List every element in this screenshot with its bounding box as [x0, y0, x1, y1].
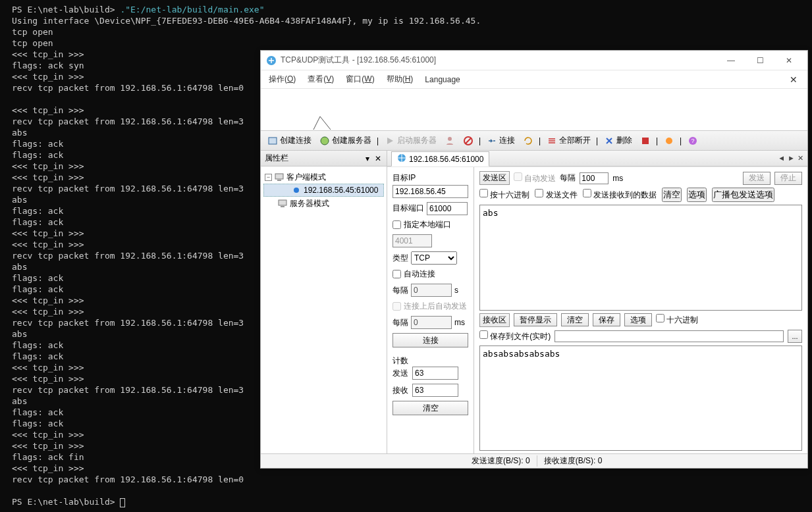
recv-hex-checkbox[interactable]: [656, 314, 664, 322]
tab-connection[interactable]: 192.168.56.45:61000: [391, 151, 489, 166]
tree-server-mode[interactable]: 服务器模式: [263, 197, 384, 210]
local-port-input: [392, 234, 432, 247]
ps-prompt: PS E:\net-lab\build>: [12, 5, 120, 14]
send-clear-button[interactable]: 清空: [662, 188, 682, 202]
create-server-button[interactable]: 创建服务器: [317, 134, 374, 147]
close-button[interactable]: ✕: [774, 51, 803, 70]
start-server-button[interactable]: 启动服务器: [382, 134, 439, 147]
recv-speed-status: 接收速度(B/S): 0: [537, 455, 609, 467]
terminal-cursor: [120, 498, 125, 507]
svg-rect-14: [279, 200, 286, 205]
toolbar-stop-icon[interactable]: [460, 134, 476, 147]
maximize-button[interactable]: ☐: [745, 51, 774, 70]
menu-window[interactable]: 窗口(W): [346, 74, 374, 85]
type-select[interactable]: TCP: [411, 251, 457, 265]
pin-icon[interactable]: ▾: [363, 154, 372, 163]
send-recv-data-checkbox[interactable]: [583, 189, 591, 197]
svg-rect-7: [642, 138, 649, 144]
svg-point-13: [294, 188, 299, 193]
panel-row: 目标IP 目标端口 指定本地端口 类型 TCP: [387, 166, 807, 453]
save-to-file-checkbox[interactable]: [479, 330, 488, 339]
toolbar-person-icon[interactable]: [442, 134, 458, 147]
delete-button[interactable]: 删除: [601, 134, 635, 147]
recv-clear-button[interactable]: 清空: [561, 313, 589, 326]
property-panel-title: 属性栏: [265, 153, 288, 164]
tab-next-icon[interactable]: ►: [788, 154, 795, 163]
io-column: 发送区 自动发送 每隔 ms 发送 停止 按十六进制 发送文件 发送接收到的数据: [474, 167, 807, 453]
send-interval-unit: ms: [612, 174, 623, 183]
type-label: 类型: [392, 253, 408, 264]
tab-prev-icon[interactable]: ◄: [778, 154, 785, 163]
minimize-button[interactable]: ―: [717, 51, 745, 70]
recv-save-button[interactable]: 保存: [593, 313, 620, 326]
connection-dot-icon: [292, 186, 301, 195]
tab-close-icon[interactable]: ✕: [798, 154, 803, 163]
svg-point-8: [666, 138, 672, 144]
send-hex-checkbox[interactable]: [479, 189, 488, 197]
send-textarea[interactable]: abs: [479, 205, 802, 311]
recv-count-input[interactable]: [412, 384, 458, 397]
collapse-icon[interactable]: −: [265, 174, 272, 181]
recv-count-label: 接收: [392, 385, 408, 396]
recv-textarea[interactable]: absabsabsabsabs: [479, 346, 802, 451]
svg-line-6: [466, 138, 471, 143]
create-connection-button[interactable]: 创建连接: [265, 134, 314, 147]
menu-help[interactable]: 帮助(H): [387, 74, 414, 85]
toolbar: 创建连接 创建服务器 | 启动服务器 | 连接 | 全部断开 | 删除 | | …: [261, 131, 807, 151]
send-interval-input[interactable]: [580, 172, 609, 184]
mdi-close-icon[interactable]: ✕: [788, 74, 799, 85]
send-speed-status: 发送速度(B/S): 0: [465, 455, 537, 467]
dest-port-input[interactable]: [427, 202, 468, 215]
connect-button[interactable]: 连接: [484, 134, 518, 147]
titlebar[interactable]: TCP&UDP测试工具 - [192.168.56.45:61000] ― ☐ …: [261, 51, 807, 70]
toolbar-settings-icon[interactable]: [661, 134, 677, 147]
menu-language[interactable]: Language: [425, 75, 460, 84]
local-port-label: 指定本地端口: [404, 219, 451, 230]
ps-prompt-2: PS E:\net-lab\build>: [12, 497, 120, 507]
dest-ip-label: 目标IP: [392, 172, 468, 184]
save-file-path-input[interactable]: [555, 330, 784, 342]
connection-tree[interactable]: − 客户端模式 192.168.56.45:61000 服务器模式: [261, 166, 387, 214]
unit-ms: ms: [454, 318, 465, 327]
broadcast-options-button[interactable]: 广播包发送选项: [712, 188, 774, 202]
svg-point-4: [448, 137, 452, 141]
right-column: 192.168.56.45:61000 ◄ ► ✕ 目标IP 目标端口: [387, 151, 807, 453]
counts-label: 计数: [392, 355, 468, 367]
send-file-checkbox[interactable]: [535, 189, 543, 197]
counts-section: 计数 发送 接收 清空: [392, 355, 468, 415]
send-count-input[interactable]: [412, 367, 458, 380]
panel-close-icon[interactable]: ✕: [373, 154, 383, 163]
svg-marker-3: [387, 138, 393, 144]
tree-connection-node[interactable]: 192.168.56.45:61000: [263, 184, 384, 197]
property-panel: 属性栏 ▾ ✕ − 客户端模式 192.168.56.45:61000: [261, 151, 387, 453]
recv-header: 接收区 暂停显示 清空 保存 选项 十六进制: [479, 313, 802, 327]
menu-view[interactable]: 查看(V): [308, 74, 334, 85]
svg-rect-11: [275, 174, 283, 179]
disconnect-all-button[interactable]: 全部断开: [544, 134, 593, 147]
clear-counts-button[interactable]: 清空: [392, 401, 468, 415]
toolbar-help-icon[interactable]: ?: [685, 134, 701, 147]
window-title: TCP&UDP测试工具 - [192.168.56.45:61000]: [281, 55, 717, 66]
dest-port-label: 目标端口: [392, 203, 424, 214]
menubar: 操作(O) 查看(V) 窗口(W) 帮助(H) Language ✕: [261, 70, 807, 89]
auto-send-checkbox: [514, 172, 522, 181]
send-interval-label: 每隔: [560, 172, 576, 184]
send-options-button[interactable]: 选项: [687, 188, 707, 202]
auto-connect-checkbox[interactable]: [392, 270, 401, 278]
toolbar-reconnect-icon[interactable]: [520, 134, 536, 147]
recv-area-label: 接收区: [479, 313, 510, 327]
terminal[interactable]: PS E:\net-lab\build> ."E:/net-lab/build/…: [0, 0, 260, 512]
connect-action-button[interactable]: 连接: [392, 333, 468, 347]
pause-display-button[interactable]: 暂停显示: [514, 313, 557, 326]
menu-operation[interactable]: 操作(O): [269, 74, 296, 85]
dest-ip-input[interactable]: [392, 185, 468, 198]
browse-button[interactable]: ...: [788, 330, 802, 343]
local-port-checkbox[interactable]: [392, 220, 401, 229]
toolbar-delete-all-icon[interactable]: [637, 134, 653, 147]
send-area-label: 发送区: [479, 171, 510, 185]
auto-send-after-label: 连接上后自动发送: [404, 301, 467, 312]
computer-icon: [278, 199, 287, 208]
tree-client-mode[interactable]: − 客户端模式: [263, 170, 384, 184]
interval2-label: 每隔: [392, 317, 408, 328]
recv-options-button[interactable]: 选项: [624, 313, 652, 326]
